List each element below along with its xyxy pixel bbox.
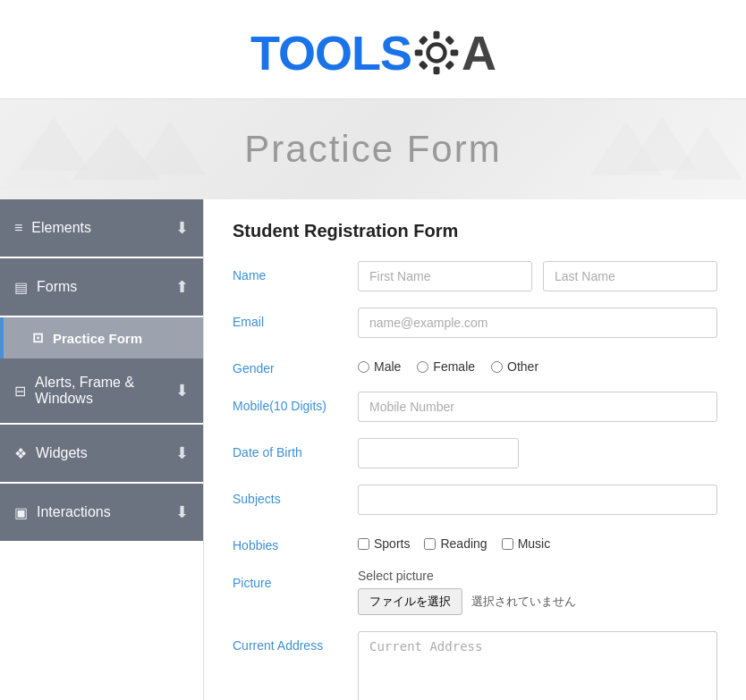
- sidebar-item-elements[interactable]: ≡ Elements ⬇: [0, 199, 203, 257]
- hobbies-row: Hobbies Sports Reading Music: [233, 531, 717, 552]
- hobbies-sports-text: Sports: [374, 536, 410, 551]
- logo-qa-text: A: [462, 25, 496, 80]
- mobile-field-wrap: [358, 392, 717, 422]
- hobbies-music-checkbox[interactable]: [502, 538, 513, 550]
- gender-male-text: Male: [374, 359, 401, 374]
- sidebar-item-widgets[interactable]: ❖ Widgets ⬇: [0, 425, 203, 482]
- svg-rect-6: [445, 36, 454, 46]
- gender-label: Gender: [233, 354, 358, 375]
- name-label: Name: [233, 261, 358, 283]
- hobbies-sports-checkbox[interactable]: [358, 538, 369, 550]
- sidebar-label-alerts: Alerts, Frame & Windows: [35, 375, 175, 407]
- gender-other-label[interactable]: Other: [491, 359, 538, 374]
- sidebar-label-interactions: Interactions: [37, 504, 111, 520]
- dob-input[interactable]: 23 Mar 2022: [358, 438, 519, 468]
- hero-banner: Practice Form: [0, 99, 746, 199]
- name-fields: [358, 261, 717, 291]
- name-row: Name: [233, 261, 717, 291]
- address-row: Current Address: [233, 631, 717, 700]
- picture-field-wrap: Select picture ファイルを選択 選択されていません: [358, 569, 717, 615]
- sidebar-item-interactions[interactable]: ▣ Interactions ⬇: [0, 484, 203, 541]
- gender-male-label[interactable]: Male: [358, 359, 401, 374]
- chevron-up-icon: ⬆: [175, 277, 189, 297]
- file-choose-button[interactable]: ファイルを選択: [358, 588, 462, 615]
- hobbies-label: Hobbies: [233, 531, 358, 552]
- svg-rect-5: [419, 36, 428, 46]
- forms-icon: ▤: [14, 279, 28, 296]
- alerts-icon: ⊟: [14, 383, 26, 400]
- subjects-field-wrap: [358, 485, 717, 515]
- subjects-label: Subjects: [233, 485, 358, 506]
- chevron-down-icon-interactions: ⬇: [175, 502, 189, 522]
- gender-female-radio[interactable]: [417, 361, 428, 373]
- form-title: Student Registration Form: [233, 221, 717, 241]
- gear-icon: [413, 30, 460, 76]
- form-sub-icon: ⊡: [32, 330, 44, 346]
- email-field-wrap: [358, 308, 717, 338]
- svg-point-0: [428, 44, 445, 61]
- address-textarea[interactable]: [358, 631, 717, 700]
- address-field-wrap: [358, 631, 717, 700]
- email-label: Email: [233, 308, 358, 329]
- picture-select-text: Select picture: [358, 569, 717, 583]
- svg-rect-2: [434, 67, 440, 75]
- hobbies-checkbox-group: Sports Reading Music: [358, 531, 717, 551]
- gender-female-text: Female: [433, 359, 475, 374]
- svg-rect-3: [415, 50, 423, 56]
- first-name-input[interactable]: [358, 261, 532, 291]
- sidebar-item-alerts[interactable]: ⊟ Alerts, Frame & Windows ⬇: [0, 358, 203, 423]
- sidebar-item-practice-form[interactable]: ⊡ Practice Form: [0, 317, 203, 358]
- header: TOOLS A: [0, 0, 746, 99]
- logo: TOOLS A: [0, 16, 746, 89]
- hobbies-reading-checkbox[interactable]: [424, 538, 436, 550]
- chevron-down-icon-alerts: ⬇: [175, 381, 189, 401]
- sidebar-label-practice-form: Practice Form: [53, 331, 142, 346]
- main-layout: ≡ Elements ⬇ ▤ Forms ⬆ ⊡ Practice Form ⊟…: [0, 199, 746, 700]
- chevron-down-icon-widgets: ⬇: [175, 443, 189, 463]
- hobbies-music-text: Music: [518, 536, 551, 551]
- subjects-input[interactable]: [358, 485, 717, 515]
- gender-row: Gender Male Female Other: [233, 354, 717, 375]
- hobbies-music-label[interactable]: Music: [502, 536, 551, 551]
- gender-radio-group: Male Female Other: [358, 354, 717, 374]
- picture-row: Picture Select picture ファイルを選択 選択されていません: [233, 569, 717, 615]
- file-no-file-text: 選択されていません: [471, 594, 576, 610]
- subjects-row: Subjects: [233, 485, 717, 515]
- gender-other-text: Other: [507, 359, 538, 374]
- interactions-icon: ▣: [14, 504, 28, 521]
- hobbies-reading-label[interactable]: Reading: [424, 536, 487, 551]
- email-input[interactable]: [358, 308, 717, 338]
- svg-rect-1: [434, 31, 440, 39]
- svg-rect-4: [451, 50, 459, 56]
- gender-male-radio[interactable]: [358, 361, 369, 373]
- last-name-input[interactable]: [543, 261, 717, 291]
- dob-field-wrap: 23 Mar 2022: [358, 438, 717, 468]
- dob-row: Date of Birth 23 Mar 2022: [233, 438, 717, 468]
- sidebar-item-forms[interactable]: ▤ Forms ⬆: [0, 258, 203, 316]
- gender-field-wrap: Male Female Other: [358, 354, 717, 374]
- sidebar-label-widgets: Widgets: [36, 445, 88, 461]
- chevron-down-icon: ⬇: [175, 218, 189, 238]
- widgets-icon: ❖: [14, 445, 27, 462]
- file-input-row: ファイルを選択 選択されていません: [358, 588, 717, 615]
- sidebar: ≡ Elements ⬇ ▤ Forms ⬆ ⊡ Practice Form ⊟…: [0, 199, 204, 700]
- hero-heading: Practice Form: [0, 128, 746, 171]
- mobile-row: Mobile(10 Digits): [233, 392, 717, 422]
- svg-rect-8: [445, 60, 454, 70]
- registration-form: Name Email Gender: [233, 261, 717, 700]
- content-area: Student Registration Form Name Email Gen…: [204, 199, 746, 700]
- gender-other-radio[interactable]: [491, 361, 503, 373]
- hamburger-icon: ≡: [14, 220, 22, 236]
- sidebar-label-elements: Elements: [31, 220, 91, 236]
- dob-label: Date of Birth: [233, 438, 358, 460]
- sidebar-label-forms: Forms: [37, 279, 77, 295]
- picture-label: Picture: [233, 569, 358, 590]
- mobile-input[interactable]: [358, 392, 717, 422]
- mobile-label: Mobile(10 Digits): [233, 392, 358, 413]
- address-label: Current Address: [233, 631, 358, 653]
- hobbies-field-wrap: Sports Reading Music: [358, 531, 717, 551]
- hobbies-sports-label[interactable]: Sports: [358, 536, 410, 551]
- gender-female-label[interactable]: Female: [417, 359, 475, 374]
- hobbies-reading-text: Reading: [440, 536, 487, 551]
- logo-tools-text: TOOLS: [250, 25, 411, 80]
